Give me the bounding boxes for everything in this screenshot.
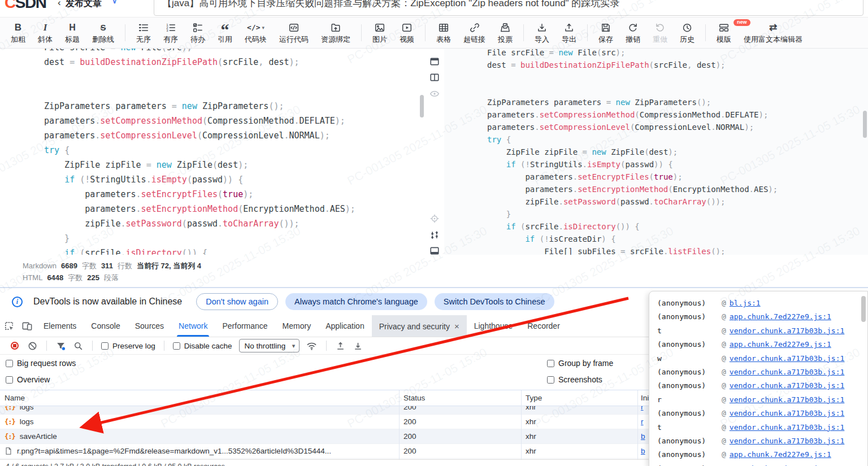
column-divider[interactable]	[521, 390, 522, 459]
checkbox[interactable]	[6, 376, 13, 384]
toolbar-code-button[interactable]: </>▾代码块	[238, 18, 273, 47]
toolbar-strike-button[interactable]: S删除线	[86, 18, 120, 47]
tab-label: Sources	[135, 321, 164, 330]
clear-network-log-icon[interactable]	[28, 341, 37, 351]
preview-pane[interactable]: File srcFile = new File(src);dest = buil…	[444, 49, 868, 255]
left-pane-scrollbar[interactable]	[420, 95, 424, 117]
preserve-log-checkbox[interactable]: Preserve log	[101, 342, 155, 350]
request-name-cell[interactable]: {:}logs	[0, 417, 399, 426]
stack-frame-link[interactable]: app.chunk.7ed227e9.js:1	[730, 340, 831, 349]
stack-frame-link[interactable]: vendor.chunk.a717b03b.js:1	[730, 437, 845, 445]
don-t-show-again-button[interactable]: Don't show again	[196, 293, 278, 310]
tab-privacy-and-security[interactable]: Privacy and security	[372, 315, 467, 337]
toolbar-video-button[interactable]: 视频	[393, 18, 420, 47]
stack-frame-link[interactable]: vendor.chunk.a717b03b.js:1	[730, 423, 845, 432]
toolbar-quote-button[interactable]: “引用	[211, 18, 238, 47]
markdown-editor-pane[interactable]: File srcFile = new File(src);dest = buil…	[0, 49, 425, 255]
toolbar-bold-button[interactable]: B加粗	[5, 18, 32, 47]
popup-scrollbar[interactable]	[861, 296, 866, 322]
checkbox[interactable]	[547, 376, 554, 384]
big-request-rows-checkbox[interactable]: Big request rows	[6, 359, 76, 368]
stack-frame-link[interactable]: app.chunk.7ed227e9.js:1	[730, 450, 831, 459]
inspect-element-icon[interactable]	[0, 315, 18, 337]
overview-checkbox[interactable]: Overview	[6, 375, 50, 384]
tab-memory[interactable]: Memory	[275, 315, 319, 337]
request-name-cell[interactable]: {:}saveArticle	[0, 432, 399, 441]
focus-crosshair-icon[interactable]	[429, 214, 440, 224]
toolbar-italic-button[interactable]: I斜体	[32, 18, 59, 47]
sync-scroll-icon[interactable]	[429, 230, 440, 240]
column-divider[interactable]	[399, 390, 400, 459]
column-divider[interactable]	[637, 390, 638, 459]
tab-lighthouse[interactable]: Lighthouse	[467, 315, 520, 337]
group-by-frame-checkbox[interactable]: Group by frame	[547, 359, 613, 368]
stack-frame-link[interactable]: vendor.chunk.a717b03b.js:1	[730, 354, 845, 363]
toolbar-table-button[interactable]: 表格	[430, 18, 457, 47]
frame-at: @	[722, 368, 726, 376]
toolbar-import-button[interactable]: 导入	[528, 18, 555, 47]
tab-sources[interactable]: Sources	[128, 315, 171, 337]
tab-application[interactable]: Application	[318, 315, 372, 337]
toolbar-export-button[interactable]: 导出	[555, 18, 583, 47]
stack-frame-link[interactable]: vendor.chunk.a717b03b.js:1	[730, 395, 845, 404]
toolbar-ul-button[interactable]: 无序	[130, 18, 157, 47]
eye-preview-icon[interactable]	[429, 89, 440, 99]
layout-columns-icon[interactable]	[429, 72, 440, 82]
filter-icon[interactable]	[56, 341, 66, 351]
column-header-status[interactable]: Status	[399, 394, 521, 402]
toolbar-link-button[interactable]: 超链接	[457, 18, 492, 47]
toolbar-richtext-button[interactable]: ⇄使用富文本编辑器	[737, 18, 809, 47]
column-header-name[interactable]: Name	[0, 394, 399, 402]
right-pane-scrollbar[interactable]	[863, 111, 867, 138]
layout-bottom-panel-icon[interactable]	[429, 246, 440, 255]
option-label: Group by frame	[558, 359, 613, 368]
tab-network[interactable]: Network	[171, 315, 215, 337]
checkbox[interactable]	[6, 360, 13, 367]
record-network-log-button[interactable]	[11, 342, 19, 350]
stack-frame-link[interactable]: app.chunk.7ed227e9.js:1	[730, 312, 831, 321]
toolbar-save-button[interactable]: 保存	[592, 18, 619, 47]
article-title-input[interactable]: 【java】高可用环境下目录压缩失败问题排查与解决方案：ZipException…	[154, 0, 863, 16]
toolbar-template-button[interactable]: new模版	[710, 18, 737, 47]
checkbox[interactable]	[547, 360, 554, 367]
toolbar-history-button[interactable]: 历史	[674, 18, 701, 47]
always-match-chrome-s-language-button[interactable]: Always match Chrome's language	[285, 293, 427, 310]
publish-article-menu[interactable]: 发布文章	[66, 0, 102, 10]
chevron-down-icon[interactable]: ∨	[112, 0, 118, 5]
csdn-logo[interactable]: CSDN	[5, 0, 46, 12]
screenshots-checkbox[interactable]: Screenshots	[547, 375, 602, 384]
network-conditions-icon[interactable]	[306, 341, 317, 351]
tab-console[interactable]: Console	[84, 315, 127, 337]
checkbox[interactable]	[101, 342, 108, 350]
stack-frame-link[interactable]: vendor.chunk.a717b03b.js:1	[730, 409, 845, 417]
tab-performance[interactable]: Performance	[215, 315, 275, 337]
search-icon[interactable]	[73, 341, 83, 351]
checkbox[interactable]	[173, 342, 180, 350]
toolbar-ol-button[interactable]: 123有序	[157, 18, 184, 47]
toolbar-heading-button[interactable]: H标题	[59, 18, 86, 47]
toolbar-todo-button[interactable]: 待办	[184, 18, 211, 47]
switch-devtools-to-chinese-button[interactable]: Switch DevTools to Chinese	[435, 293, 554, 310]
toolbar-redo-button[interactable]: 重做	[646, 18, 674, 47]
throttling-select[interactable]: No throttling	[239, 339, 300, 352]
layout-horizontal-split-icon[interactable]	[429, 56, 440, 67]
disable-cache-checkbox[interactable]: Disable cache	[173, 342, 232, 350]
toolbar-undo-button[interactable]: 撤销	[619, 18, 646, 47]
stack-frame-link[interactable]: vendor.chunk.a717b03b.js:1	[730, 368, 845, 376]
back-chevron-icon[interactable]: ‹	[58, 0, 61, 8]
toolbar-vote-button[interactable]: 投票	[492, 18, 519, 47]
export-har-icon[interactable]	[353, 341, 363, 351]
stack-frame-link[interactable]: vendor.chunk.a717b03b.js:1	[730, 381, 845, 390]
tab-elements[interactable]: Elements	[36, 315, 84, 337]
stack-frame-link[interactable]: vendor.chunk.a717b03b.js:1	[730, 326, 845, 335]
request-name-cell[interactable]: r.png?t=api&times=1&page=%2Fmd&release=m…	[0, 447, 399, 455]
device-toolbar-icon[interactable]	[18, 315, 36, 337]
tab-recorder[interactable]: Recorder	[520, 315, 567, 337]
column-header-type[interactable]: Type	[521, 394, 637, 402]
import-har-icon[interactable]	[336, 341, 345, 351]
toolbar-runcode-button[interactable]: 运行代码	[273, 18, 315, 47]
toolbar-image-button[interactable]: 图片	[366, 18, 393, 47]
stack-frame-link[interactable]: bl.js:1	[730, 299, 761, 307]
request-name-cell[interactable]: {:}logs	[0, 406, 399, 411]
toolbar-resource-button[interactable]: 资源绑定	[315, 18, 357, 47]
